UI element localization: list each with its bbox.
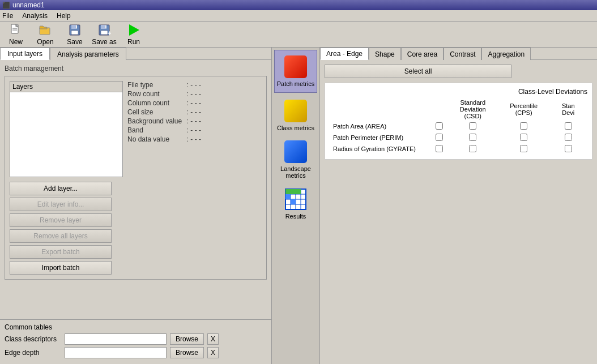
menu-analysis[interactable]: Analysis (22, 12, 48, 20)
class-descriptors-browse-button[interactable]: Browse (170, 333, 204, 345)
metrics-tab-bar: Area - Edge Shape Core area Contrast Agg… (320, 48, 597, 60)
info-label-0: File type (127, 81, 184, 89)
metric-csd-area[interactable] (469, 122, 476, 130)
remove-layer-button[interactable]: Remove layer (10, 213, 112, 227)
metric-check-gyrate[interactable] (436, 145, 443, 152)
svg-rect-11 (101, 31, 108, 35)
menu-help[interactable]: Help (57, 12, 71, 20)
sidebar-item-patch-metrics[interactable]: Patch metrics (274, 50, 317, 93)
deviations-section: Class-Level Deviations StandardDeviation… (325, 83, 592, 160)
tab-input-layers[interactable]: Input layers (0, 48, 50, 60)
layers-list[interactable]: Layers (10, 81, 123, 177)
class-descriptors-input[interactable] (65, 333, 167, 345)
svg-rect-22 (285, 189, 291, 194)
new-icon (9, 23, 23, 37)
export-batch-button[interactable]: Export batch (10, 245, 112, 259)
svg-marker-14 (129, 24, 139, 36)
metric-sd-area[interactable] (565, 122, 572, 130)
metric-sd-gyrate[interactable] (565, 145, 572, 152)
dev-col-metric (330, 98, 432, 121)
open-button[interactable]: Open (32, 23, 59, 46)
tab-analysis-parameters[interactable]: Analysis parameters (50, 48, 126, 60)
info-row-6: No data value : - - - (127, 135, 262, 143)
info-val-6: - - - (190, 135, 201, 143)
batch-inner: Layers File type : - - - Row count : (10, 81, 262, 177)
info-label-4: Background value (127, 117, 184, 125)
layers-header: Layers (10, 82, 122, 92)
metric-sd-perim[interactable] (565, 134, 572, 141)
metric-row-area: Patch Area (AREA) (330, 121, 587, 132)
results-icon (284, 188, 307, 211)
toolbar: New Open Save + Save as R (0, 22, 597, 48)
svg-rect-12 (105, 25, 106, 28)
metric-row-perim: Patch Perimeter (PERIM) (330, 132, 587, 143)
metric-label-perim: Patch Perimeter (PERIM) (330, 132, 432, 143)
class-descriptors-x-button[interactable]: X (207, 333, 219, 345)
metric-csd-perim[interactable] (469, 134, 476, 141)
info-label-5: Band (127, 126, 184, 134)
metric-check-area[interactable] (436, 122, 443, 130)
metric-cps-area[interactable] (520, 122, 527, 130)
metric-csd-gyrate[interactable] (469, 145, 476, 152)
results-label: Results (285, 213, 306, 220)
info-label-2: Column count (127, 99, 184, 107)
svg-rect-23 (291, 189, 296, 194)
tab-core-area[interactable]: Core area (401, 48, 444, 60)
sidebar-item-landscape-metrics[interactable]: Landscape metrics (274, 138, 317, 181)
remove-all-layers-button[interactable]: Remove all layers (10, 229, 112, 243)
save-button[interactable]: Save (61, 23, 88, 46)
new-button[interactable]: New (2, 23, 29, 46)
metric-cps-gyrate[interactable] (520, 145, 527, 152)
common-tables: Common tables Class descriptors Browse X… (0, 319, 271, 364)
edge-depth-input[interactable] (65, 347, 167, 358)
info-val-5: - - - (190, 126, 201, 134)
svg-rect-8 (76, 25, 77, 28)
app-icon: ⬛ (2, 2, 10, 9)
patch-metrics-label: Patch metrics (277, 80, 315, 87)
dev-col-csd: StandardDeviation(CSD) (447, 98, 498, 121)
add-layer-button[interactable]: Add layer... (10, 182, 112, 195)
sidebar-item-class-metrics[interactable]: Class metrics (274, 94, 317, 137)
deviations-table: StandardDeviation(CSD) Percentile(CPS) S… (330, 98, 587, 155)
svg-rect-7 (71, 31, 78, 35)
file-info: File type : - - - Row count : - - - Colu… (127, 81, 262, 177)
class-icon (284, 100, 307, 122)
select-all-button[interactable]: Select all (325, 65, 511, 78)
metrics-panel: Area - Edge Shape Core area Contrast Agg… (320, 48, 597, 364)
import-batch-button[interactable]: Import batch (10, 261, 112, 275)
main-content: Input layers Analysis parameters Batch m… (0, 48, 597, 364)
info-row-0: File type : - - - (127, 81, 262, 89)
saveas-button[interactable]: + Save as (91, 23, 118, 46)
layers-container: Layers (10, 81, 123, 177)
tab-shape[interactable]: Shape (369, 48, 401, 60)
menu-file[interactable]: File (2, 12, 13, 20)
info-row-1: Row count : - - - (127, 90, 262, 98)
dev-col-check (432, 98, 447, 121)
tab-contrast[interactable]: Contrast (444, 48, 481, 60)
edge-depth-label: Edge depth (5, 349, 61, 357)
run-button[interactable]: Run (120, 23, 147, 46)
sidebar-icons: Patch metrics Class metrics Landscape me… (272, 48, 320, 364)
edit-layer-info-button[interactable]: Edit layer info... (10, 198, 112, 211)
info-val-1: - - - (190, 90, 201, 98)
landscape-metrics-label: Landscape metrics (275, 165, 317, 179)
sidebar-item-results[interactable]: Results (274, 182, 317, 225)
batch-section: Batch management Layers File type : (0, 60, 271, 319)
info-val-3: - - - (190, 108, 201, 116)
svg-rect-25 (285, 194, 291, 199)
info-row-3: Cell size : - - - (127, 108, 262, 116)
edge-depth-browse-button[interactable]: Browse (170, 347, 204, 358)
info-row-5: Band : - - - (127, 126, 262, 134)
tab-aggregation[interactable]: Aggregation (481, 48, 531, 60)
metric-check-perim[interactable] (436, 134, 443, 141)
menu-bar: File Analysis Help (0, 10, 597, 22)
dev-col-sd: StanDevi (549, 98, 587, 121)
metric-cps-perim[interactable] (520, 134, 527, 141)
tab-area-edge[interactable]: Area - Edge (320, 48, 369, 60)
svg-text:+: + (108, 29, 111, 37)
left-tab-bar: Input layers Analysis parameters (0, 48, 271, 60)
patch-icon (284, 55, 307, 78)
common-row-1: Edge depth Browse X (5, 347, 267, 358)
svg-rect-26 (291, 199, 296, 204)
edge-depth-x-button[interactable]: X (207, 347, 219, 358)
